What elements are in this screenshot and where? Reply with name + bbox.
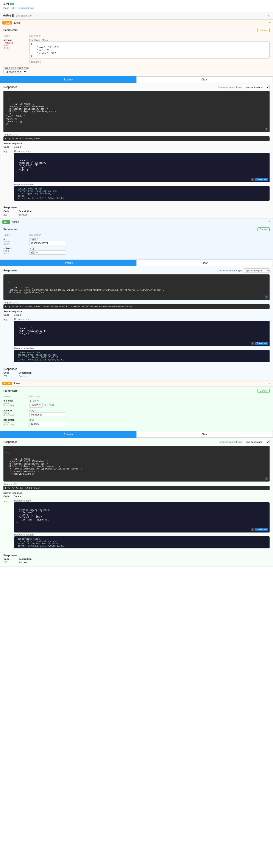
- endpoint-post-header[interactable]: POST /ideas ∧: [0, 20, 273, 26]
- post-content-type-select[interactable]: application/json: [3, 69, 27, 74]
- get-response-ct-label: Response content type:: [218, 269, 243, 272]
- api-info: /base URL：/1 /swagger.json: [3, 6, 270, 10]
- post-response-download-button[interactable]: Download: [255, 178, 268, 181]
- post-response-headers-block: content-length: 214 content-type: applic…: [14, 186, 270, 200]
- post-response-body-block: { "code": "", "message": "success", "new…: [14, 153, 270, 182]
- post-cancel-button[interactable]: Cancel: [257, 28, 270, 32]
- post2-details-col-header: Details: [14, 495, 22, 498]
- post-response-ct-select[interactable]: application/json: [244, 85, 270, 89]
- post-schema-responses-label: Responses: [3, 206, 270, 209]
- post2-cancel-button[interactable]: Cancel: [257, 389, 270, 393]
- post-curl-copy-button[interactable]: ⎘: [265, 127, 268, 131]
- get-curl-content: curl -X 'GET' \ 'http://127.0.0.1:5000/i…: [6, 286, 164, 293]
- page-title: API: [3, 2, 9, 6]
- file-name-display: 待上传.txt: [44, 403, 54, 407]
- file-data-param-type: string (formData): [3, 402, 29, 407]
- get-curl-block: Curl curl -X 'GET' \ 'http://127.0.0.1:5…: [3, 274, 270, 300]
- get-execute-button[interactable]: Execute: [0, 260, 136, 266]
- post2-schema-responses-label: Responses: [3, 554, 270, 557]
- password-desc: 密码: [29, 418, 270, 422]
- post-response-copy-button[interactable]: ⎘: [251, 178, 254, 181]
- get-response-headers-label: Response headers: [14, 347, 270, 350]
- post-execute-row: Execute Clear: [0, 76, 273, 83]
- password-param-name: password: [3, 418, 29, 421]
- post-details-col-header: Details: [14, 146, 22, 148]
- post-execute-button[interactable]: Execute: [0, 76, 136, 83]
- get-response-ct-select[interactable]: application/json: [244, 269, 270, 273]
- post-code-details-header: Code Details: [3, 146, 270, 149]
- account-param-name: account: [3, 409, 29, 412]
- get-response-download-button[interactable]: Download: [255, 342, 268, 345]
- post2-params-section: Parameters Cancel Name Description file_…: [0, 387, 273, 431]
- file-choose-button[interactable]: 选择文件: [29, 403, 43, 407]
- id-desc: 身份证号: [29, 238, 270, 241]
- post-response-body-content: { "code": "", "message": "success", "new…: [17, 157, 46, 174]
- get-clear-button[interactable]: Clear: [136, 260, 273, 266]
- post-responses-section: Responses Response content type: applica…: [0, 83, 273, 204]
- get-name-col-header: Name: [3, 233, 29, 237]
- post2-endpoint-path: /ideas: [13, 382, 21, 385]
- post-response-body-label: Response body: [14, 150, 270, 153]
- file-data-param-name: file_data: [3, 399, 29, 402]
- post-response-content-type: Response content type: application/json: [218, 85, 270, 89]
- endpoint-get-header[interactable]: GET /ideas ∧: [0, 219, 273, 225]
- get-server-response-label: Server response: [3, 310, 270, 313]
- post2-response-copy-button[interactable]: ⎘: [251, 528, 254, 531]
- api-version-badge: 1.0: [10, 3, 15, 5]
- get-response-details: Response body { "code": "", "id": "42532…: [14, 318, 270, 364]
- section-header[interactable]: 分类名称 分类的描述信息 ∧: [0, 12, 273, 20]
- subject-desc: 科目: [29, 247, 270, 250]
- post2-schema-200-row: 200 Success: [3, 561, 270, 564]
- get-details-col-header: Details: [14, 314, 22, 316]
- get-response-copy-button[interactable]: ⎘: [251, 342, 254, 345]
- payload-textarea[interactable]: { "name": "张小八", "age": 28, "gender": "男…: [29, 41, 270, 59]
- endpoint-post-ideas-2: POST /ideas ∧ Parameters Cancel Name Des…: [0, 380, 273, 566]
- post-params-section: Parameters Cancel Name Description paylo…: [0, 26, 273, 76]
- post-params-label: Parameters: [3, 29, 18, 32]
- subject-input[interactable]: [29, 250, 66, 255]
- post2-curl-content: curl -X 'POST' \ 'http://127.0.0.1:5000/…: [6, 458, 82, 475]
- get-desc-col-header: Description: [29, 233, 270, 237]
- subject-param-type: string (query): [3, 250, 29, 254]
- id-input[interactable]: [29, 241, 66, 245]
- post-endpoint-path: /ideas: [13, 21, 21, 24]
- post2-curl-label: Curl: [6, 452, 267, 455]
- get-schema-200-desc: Success: [19, 375, 28, 377]
- get-responses-header: Responses Response content type: applica…: [3, 269, 270, 273]
- endpoint-post2-header[interactable]: POST /ideas ∧: [0, 380, 273, 387]
- post-responses-label: Responses: [3, 86, 17, 89]
- post2-clear-button[interactable]: Clear: [136, 431, 273, 438]
- password-input[interactable]: [29, 422, 66, 426]
- account-param-type: string (formData): [3, 412, 29, 416]
- post-content-type-label: Parameter content type:: [3, 66, 270, 69]
- payload-cancel-param-button[interactable]: Cancel: [29, 60, 40, 64]
- get-execute-row: Execute Clear: [0, 259, 273, 266]
- post-response-headers-label: Response headers: [14, 183, 270, 186]
- swagger-link[interactable]: /swagger.json: [19, 7, 34, 9]
- post2-response-code: 200: [3, 499, 14, 550]
- get-request-url-block: http://127.0.0.1:5000/ideas?id=425325345…: [3, 304, 270, 309]
- post2-params-label: Parameters: [3, 389, 18, 392]
- get-collapse-button[interactable]: ∧: [269, 220, 271, 224]
- get-curl-copy-button[interactable]: ⎘: [265, 296, 268, 299]
- post2-desc-col-header: Description: [29, 395, 270, 399]
- post-responses-header: Responses Response content type: applica…: [3, 85, 270, 89]
- post-clear-button[interactable]: Clear: [136, 76, 273, 83]
- get-schema-row: Code Description: [3, 371, 270, 374]
- post2-params-table: Name Description file_data string (formD…: [3, 395, 270, 427]
- post2-collapse-button[interactable]: ∧: [269, 382, 271, 385]
- post2-params-header: Parameters Cancel: [3, 389, 270, 393]
- post2-execute-button[interactable]: Execute: [0, 431, 136, 438]
- post2-response-download-button[interactable]: Download: [255, 528, 268, 531]
- post-desc-col-header: Description: [29, 34, 270, 38]
- post-collapse-button[interactable]: ∧: [269, 21, 271, 25]
- post2-response-ct-select[interactable]: application/json: [244, 440, 270, 444]
- account-input[interactable]: [29, 412, 66, 417]
- post2-curl-copy-button[interactable]: ⎘: [265, 477, 268, 480]
- post2-schema-200-desc: Success: [19, 561, 28, 564]
- payload-required-marker: * required: [3, 42, 13, 44]
- section-subtitle: 分类的描述信息: [16, 14, 32, 18]
- get-cancel-button[interactable]: Cancel: [257, 227, 270, 231]
- table-row: id integer (query) 身份证号: [3, 237, 270, 246]
- password-param-type: string (formData): [3, 421, 29, 426]
